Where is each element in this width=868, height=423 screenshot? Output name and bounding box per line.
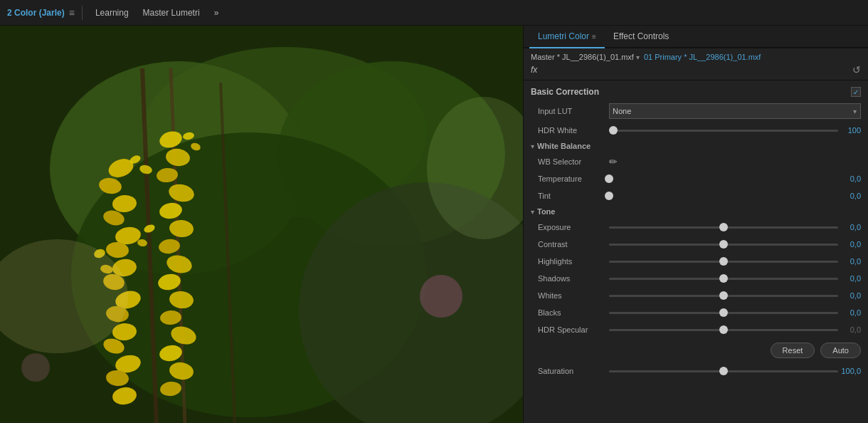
temperature-slider[interactable]	[609, 173, 838, 184]
tab-lumetri-label: Lumetri Color	[538, 31, 589, 41]
temperature-row: Temperature 0,0	[524, 170, 868, 187]
hdr-specular-thumb[interactable]	[719, 325, 728, 334]
source-drop-icon[interactable]: ▾	[636, 53, 640, 61]
section-checkbox[interactable]: ✓	[851, 87, 861, 97]
temperature-label: Temperature	[538, 174, 609, 183]
exposure-value: 0,0	[838, 223, 861, 231]
input-lut-row: Input LUT None Custom... ▾	[524, 100, 868, 122]
whites-track	[609, 295, 838, 297]
saturation-row: Saturation 100,0	[524, 362, 868, 380]
exposure-thumb[interactable]	[719, 223, 728, 231]
highlights-label: Highlights	[538, 257, 609, 266]
tint-slider[interactable]	[609, 190, 838, 202]
nav-divider	[82, 6, 83, 20]
saturation-track	[609, 370, 838, 372]
shadows-label: Shadows	[538, 274, 609, 283]
panel-header: Master * JL__2986(1)_01.mxf ▾ 01 Primary…	[524, 48, 868, 80]
blacks-value: 0,0	[838, 308, 861, 317]
blacks-slider[interactable]	[609, 307, 838, 318]
source-right[interactable]: 01 Primary * JL__2986(1)_01.mxf	[644, 53, 761, 61]
white-balance-label: White Balance	[537, 142, 591, 150]
lut-select-wrapper[interactable]: None Custom... ▾	[609, 103, 861, 119]
wb-selector-row: WB Selector ✏	[524, 153, 868, 170]
hamburger-icon[interactable]: ≡	[69, 7, 75, 19]
temperature-value: 0,0	[838, 174, 861, 183]
lut-select[interactable]: None Custom...	[609, 103, 861, 119]
hdr-specular-value: 0,0	[838, 325, 861, 334]
source-left[interactable]: Master * JL__2986(1)_01.mxf ▾	[531, 53, 640, 61]
blacks-row: Blacks 0,0	[524, 304, 868, 321]
hdr-specular-row: HDR Specular 0,0	[524, 321, 868, 338]
highlights-value: 0,0	[838, 257, 861, 266]
whites-label: Whites	[538, 291, 609, 300]
right-panel: Lumetri Color ≡ Effect Controls Master *…	[523, 26, 868, 423]
tint-row: Tint 0,0	[524, 187, 868, 204]
tab-lumetri-icon: ≡	[592, 33, 596, 41]
white-balance-chevron: ▾	[531, 142, 534, 150]
tone-header[interactable]: ▾ Tone	[524, 204, 868, 219]
exposure-track	[609, 226, 838, 229]
hdr-white-label: HDR White	[538, 126, 609, 135]
highlights-thumb[interactable]	[719, 257, 728, 266]
video-preview	[0, 26, 523, 423]
hdr-specular-slider[interactable]	[609, 324, 838, 335]
tint-label: Tint	[538, 192, 609, 200]
whites-row: Whites 0,0	[524, 287, 868, 304]
fx-row: fx ↺	[531, 64, 861, 75]
section-header-left: Basic Correction	[531, 87, 599, 97]
shadows-slider[interactable]	[609, 273, 838, 284]
hdr-white-thumb[interactable]	[609, 126, 618, 135]
hdr-white-slider[interactable]	[609, 125, 838, 136]
nav-more-button[interactable]: »	[208, 5, 225, 21]
auto-button[interactable]: Auto	[820, 343, 861, 358]
section-header-basic-correction[interactable]: Basic Correction ✓	[524, 83, 868, 100]
highlights-slider[interactable]	[609, 256, 838, 267]
contrast-label: Contrast	[538, 240, 609, 249]
highlights-row: Highlights 0,0	[524, 253, 868, 270]
tab-effect-controls[interactable]: Effect Controls	[605, 26, 677, 48]
tone-label: Tone	[537, 207, 555, 216]
exposure-label: Exposure	[538, 223, 609, 231]
tint-thumb[interactable]	[605, 192, 613, 200]
main-content: Lumetri Color ≡ Effect Controls Master *…	[0, 26, 868, 423]
saturation-slider[interactable]	[609, 365, 838, 377]
reset-button[interactable]: Reset	[771, 343, 815, 358]
hdr-white-track	[609, 130, 838, 132]
blacks-thumb[interactable]	[719, 308, 728, 317]
video-content	[0, 26, 523, 423]
saturation-thumb[interactable]	[719, 367, 728, 375]
exposure-row: Exposure 0,0	[524, 219, 868, 236]
blacks-track	[609, 312, 838, 314]
svg-point-48	[21, 353, 50, 382]
blacks-label: Blacks	[538, 308, 609, 317]
wb-selector-label: WB Selector	[538, 157, 609, 166]
video-panel	[0, 26, 523, 423]
whites-thumb[interactable]	[719, 291, 728, 300]
shadows-row: Shadows 0,0	[524, 270, 868, 287]
whites-value: 0,0	[838, 291, 861, 300]
exposure-slider[interactable]	[609, 221, 838, 233]
white-balance-header[interactable]: ▾ White Balance	[524, 139, 868, 153]
top-nav: 2 Color (Jarle) ≡ Learning Master Lumetr…	[0, 0, 868, 26]
contrast-row: Contrast 0,0	[524, 236, 868, 253]
panel-tabs: Lumetri Color ≡ Effect Controls	[524, 26, 868, 48]
shadows-thumb[interactable]	[719, 274, 728, 283]
eyedropper-icon[interactable]: ✏	[609, 156, 618, 167]
tab-lumetri-color[interactable]: Lumetri Color ≡	[529, 26, 605, 48]
source-row: Master * JL__2986(1)_01.mxf ▾ 01 Primary…	[531, 53, 861, 61]
whites-slider[interactable]	[609, 290, 838, 301]
contrast-thumb[interactable]	[719, 240, 728, 249]
hdr-white-value: 100	[838, 126, 861, 135]
nav-master-lumetri[interactable]: Master Lumetri	[137, 5, 206, 21]
shadows-track	[609, 278, 838, 280]
contrast-slider[interactable]	[609, 239, 838, 250]
temperature-thumb[interactable]	[605, 174, 613, 183]
saturation-label: Saturation	[538, 367, 609, 375]
nav-learning[interactable]: Learning	[90, 5, 134, 21]
workspace-name[interactable]: 2 Color (Jarle) ≡	[7, 7, 75, 19]
reset-icon[interactable]: ↺	[852, 64, 861, 75]
shadows-value: 0,0	[838, 274, 861, 283]
contrast-track	[609, 244, 838, 246]
highlights-track	[609, 261, 838, 263]
workspace-label: 2 Color (Jarle)	[7, 8, 65, 18]
